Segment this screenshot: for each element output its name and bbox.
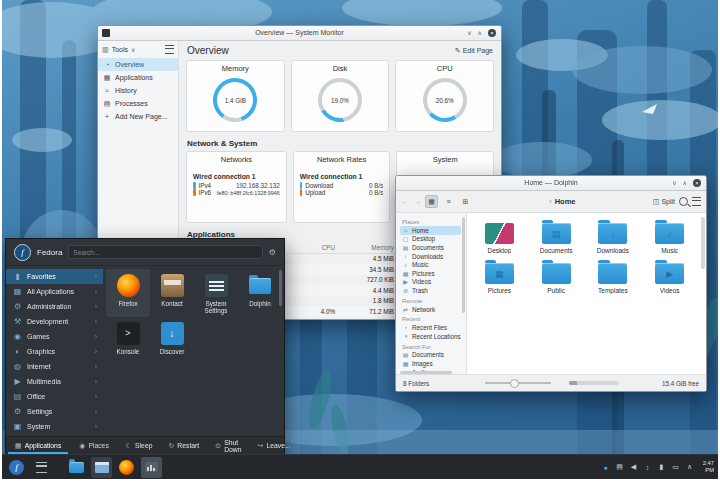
folder-item-desktop[interactable]: Desktop	[471, 223, 528, 254]
place-music[interactable]: ♪Music	[400, 260, 466, 269]
sidebar-item-overview[interactable]: ◔ Overview	[98, 58, 178, 71]
app-firefox[interactable]: Firefox	[106, 269, 150, 317]
search-icon[interactable]	[679, 197, 688, 206]
chevron-right-icon: ›	[95, 303, 97, 310]
place-network[interactable]: ⇄Network	[400, 305, 466, 314]
clipboard-icon[interactable]: ▤	[615, 463, 624, 471]
search-images[interactable]: ▦Images	[400, 359, 466, 368]
sidebar-item-applications[interactable]: ▦ Applications	[98, 71, 178, 84]
maximize-icon[interactable]: ∧	[478, 28, 482, 38]
task-firefox[interactable]	[116, 457, 137, 478]
volume-icon[interactable]: ◀	[629, 463, 638, 471]
task-dolphin[interactable]	[66, 457, 87, 478]
ipv4-row: IPv4 192.168.32.132	[187, 182, 286, 189]
sidebar-item-processes[interactable]: ▤ Processes	[98, 97, 178, 110]
category-all-applications[interactable]: ▦All Applications›	[6, 284, 103, 299]
sidebar-item-add-new-page[interactable]: + Add New Page...	[98, 110, 178, 123]
place-desktop[interactable]: ▢Desktop	[400, 235, 466, 244]
launcher-button[interactable]: f	[6, 457, 27, 478]
places-scrollbar[interactable]	[462, 217, 465, 313]
forward-icon[interactable]: →	[413, 197, 421, 206]
search-input[interactable]	[68, 245, 262, 259]
notifications-icon[interactable]: ▭	[671, 463, 680, 471]
app-konsole[interactable]: > Konsole	[106, 317, 150, 365]
place-documents[interactable]: ▤Documents	[400, 243, 466, 252]
configure-icon[interactable]: ⚙	[269, 248, 276, 257]
leave-button[interactable]: ↪ Leave...	[250, 442, 299, 450]
folder-item-templates[interactable]: Templates	[585, 263, 642, 294]
applications-tab-icon: ▦	[15, 442, 22, 450]
shutdown-button[interactable]: ⊙ Shut Down	[207, 439, 249, 453]
category-office[interactable]: ▤Office›	[6, 389, 103, 404]
category-administration[interactable]: ⚙Administration›	[6, 299, 103, 314]
clock[interactable]: 2:47 PM	[699, 460, 714, 473]
images-icon: ▦	[402, 360, 409, 367]
minimize-icon[interactable]: ∨	[672, 178, 676, 188]
folder-icon: ▶	[655, 263, 684, 284]
grid-scrollbar[interactable]	[279, 270, 282, 306]
category-games[interactable]: ◉Games›	[6, 329, 103, 344]
category-system[interactable]: ▣System›	[6, 419, 103, 434]
panel-settings-button[interactable]	[31, 457, 52, 478]
folder-item-videos[interactable]: ▶ Videos	[641, 263, 698, 294]
details-view-button[interactable]: ≡	[442, 195, 455, 208]
graphics-icon: ◐	[12, 347, 23, 356]
tab-places[interactable]: ◉ Places	[70, 437, 118, 454]
folder-item-music[interactable]: ♪ Music	[641, 223, 698, 254]
place-recent-locations[interactable]: ◑Recent Locations	[400, 332, 466, 341]
place-home[interactable]: ⌂Home	[400, 226, 461, 235]
close-icon[interactable]: ×	[693, 179, 701, 187]
tray-expander-icon[interactable]: ∧	[685, 463, 694, 471]
split-button[interactable]: ◫ Split	[653, 198, 675, 205]
back-icon[interactable]: ←	[401, 197, 409, 206]
folder-item-public[interactable]: Public	[528, 263, 585, 294]
battery-icon[interactable]: ▮	[657, 463, 666, 471]
category-settings[interactable]: ⚙Settings›	[6, 404, 103, 419]
view-scrollbar[interactable]	[701, 217, 705, 269]
maximize-icon[interactable]: ∧	[683, 178, 687, 188]
sidebar-menu-icon[interactable]	[165, 45, 174, 54]
zoom-slider[interactable]	[485, 382, 551, 384]
category-favorites[interactable]: ▮Favorites›	[6, 269, 103, 284]
app-discover[interactable]: ↓ Discover	[150, 317, 194, 365]
place-recent-files[interactable]: ◔Recent Files	[400, 323, 466, 332]
search-documents[interactable]: ▤Documents	[400, 351, 466, 360]
task-system-settings[interactable]	[91, 457, 112, 478]
update-status-icon[interactable]: ●	[601, 464, 610, 471]
tree-view-button[interactable]: ⊞	[459, 195, 472, 208]
tab-applications[interactable]: ▦ Applications	[6, 437, 70, 454]
sidebar-item-history[interactable]: ≈ History	[98, 84, 178, 97]
recent-header: Recent	[402, 316, 466, 322]
place-videos[interactable]: ▶Videos	[400, 278, 466, 287]
folder-item-pictures[interactable]: ▦ Pictures	[471, 263, 528, 294]
breadcrumb[interactable]: ›Home	[476, 197, 649, 206]
edit-page-button[interactable]: ✎ Edit Page	[455, 47, 493, 54]
split-icon: ◫	[653, 198, 660, 205]
sensor-card-memory: Memory 1.4 GiB	[186, 60, 285, 132]
app-dolphin[interactable]: Dolphin	[238, 269, 282, 317]
folder-item-documents[interactable]: ▤ Documents	[528, 223, 585, 254]
network-tray-icon[interactable]: ↕	[643, 464, 652, 471]
restart-button[interactable]: ↻ Restart	[160, 442, 207, 450]
minimize-icon[interactable]: ∨	[467, 28, 471, 38]
dolphin-titlebar[interactable]: Home — Dolphin ∨ ∧ ×	[396, 176, 706, 191]
close-icon[interactable]: ×	[488, 29, 496, 37]
task-system-monitor[interactable]	[141, 457, 162, 478]
icons-view-button[interactable]: ▦	[425, 195, 438, 208]
category-multimedia[interactable]: ▶Multimedia›	[6, 374, 103, 389]
place-pictures[interactable]: ▦Pictures	[400, 269, 466, 278]
menu-icon[interactable]	[692, 197, 701, 206]
category-development[interactable]: ⚒Development›	[6, 314, 103, 329]
app-kontact[interactable]: Kontact	[150, 269, 194, 317]
category-internet[interactable]: ◍Internet›	[6, 359, 103, 374]
system-monitor-titlebar[interactable]: Overview — System Monitor ∨ ∧ ×	[98, 26, 501, 41]
toolbox-icon: ▥	[102, 46, 109, 53]
folder-item-downloads[interactable]: ↓ Downloads	[585, 223, 642, 254]
place-trash[interactable]: ⊘Trash	[400, 286, 466, 295]
app-system-settings[interactable]: System Settings	[194, 269, 238, 317]
place-downloads[interactable]: ↓Downloads	[400, 252, 466, 261]
sleep-button[interactable]: ☾ Sleep	[118, 442, 161, 450]
zoom-slider-knob[interactable]	[510, 379, 519, 388]
tools-button[interactable]: Tools	[112, 46, 128, 53]
category-graphics[interactable]: ◐Graphics›	[6, 344, 103, 359]
